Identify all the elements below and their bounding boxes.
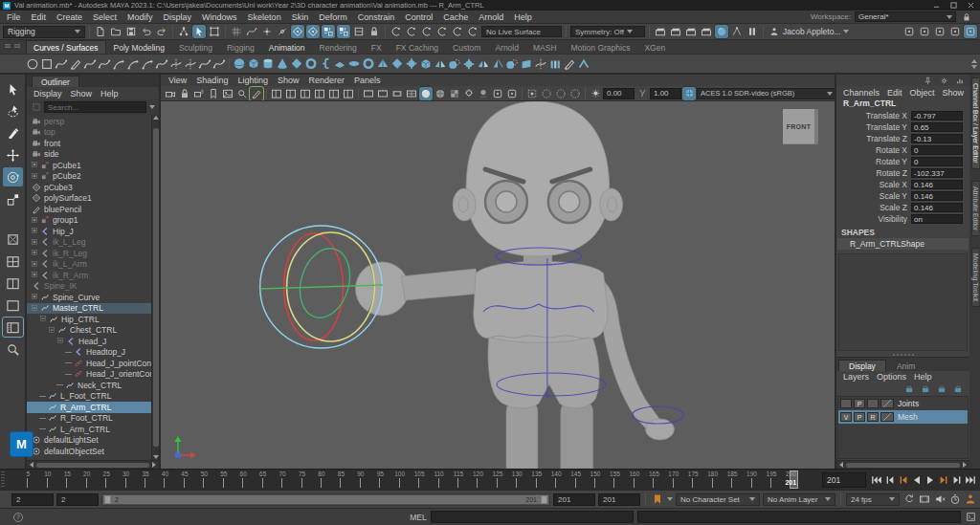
layout-four-icon[interactable] [284, 87, 298, 100]
pin-icon-icon[interactable] [921, 74, 934, 87]
shelf-spinner[interactable] [971, 59, 977, 69]
layer-move-down-icon[interactable] [919, 383, 932, 396]
layer-menu-options[interactable]: Options [877, 372, 906, 382]
textured-icon[interactable] [448, 87, 461, 100]
outliner-item-front[interactable]: front [27, 138, 151, 149]
animation-start-field[interactable]: 2 [11, 493, 54, 506]
expand-toggle-icon[interactable] [31, 162, 38, 169]
channel-label[interactable]: Visibility [878, 214, 907, 224]
step-back-key-button[interactable] [897, 472, 909, 487]
expand-toggle-icon[interactable] [31, 216, 38, 224]
channel-value-field[interactable]: -0.13 [911, 134, 963, 143]
view-cube[interactable]: FRONT [783, 109, 818, 144]
layout-three-icon[interactable] [299, 87, 312, 100]
menu-help[interactable]: Help [514, 12, 532, 22]
shelf-menu-icon[interactable] [4, 42, 11, 52]
filter-dropdown-icon[interactable] [149, 105, 155, 109]
menu-cache[interactable]: Cache [443, 12, 468, 22]
outliner-item-ik_l_leg[interactable]: ik_L_Leg [27, 237, 151, 249]
outliner-item-group1[interactable]: group1 [27, 215, 151, 227]
shelf-tab-arnold[interactable]: Arnold [488, 41, 525, 54]
channel-value-field[interactable]: 0 [911, 157, 963, 166]
construction-history-6-icon[interactable] [466, 25, 479, 38]
workspace-select[interactable]: General* [855, 11, 956, 22]
highlight-selection-icon[interactable] [337, 25, 350, 38]
poly-cylinder-icon[interactable] [261, 57, 275, 71]
select-tool[interactable] [3, 79, 23, 98]
poly-disc-icon[interactable] [347, 57, 361, 71]
shadows-icon[interactable] [477, 87, 490, 100]
channel-label[interactable]: Scale Y [880, 191, 907, 201]
gamma-toggle-icon[interactable] [635, 87, 649, 100]
layer-menu-help[interactable]: Help [914, 372, 932, 382]
shelf-star-icon[interactable] [13, 42, 21, 52]
select-object-icon[interactable] [192, 25, 206, 38]
filter-icon[interactable] [31, 102, 41, 113]
playback-end-field[interactable]: 201 [553, 493, 595, 506]
character-set-select[interactable]: No Character Set [676, 493, 760, 506]
step-forward-frame-button[interactable] [950, 472, 963, 487]
save-scene-icon[interactable] [124, 25, 138, 38]
isolate-select-icon[interactable] [525, 87, 539, 100]
mute-speaker-icon[interactable] [933, 492, 947, 506]
layer-editor-tab-display[interactable]: Display [838, 360, 886, 371]
no-live-surface-field[interactable]: No Live Surface [481, 26, 562, 37]
channel-box-menu-object[interactable]: Object [910, 88, 935, 98]
poly-cube-icon[interactable] [247, 57, 260, 71]
channel-label[interactable]: Rotate X [876, 145, 907, 155]
select-component-icon[interactable] [208, 25, 221, 38]
poly-cone-icon[interactable] [276, 57, 289, 71]
multi-cut-icon[interactable] [534, 57, 547, 71]
outliner-item-hip_j[interactable]: Hip_J [27, 226, 151, 237]
outliner-hscrollbar[interactable] [27, 460, 159, 469]
expand-toggle-icon[interactable] [31, 272, 38, 279]
zoom-tool[interactable] [3, 339, 23, 359]
view-transform-icon[interactable] [682, 87, 696, 100]
xray-active-components-icon[interactable] [554, 87, 568, 100]
outliner-menu-display[interactable]: Display [33, 89, 62, 98]
menu-select[interactable]: Select [93, 12, 117, 22]
exposure-field[interactable]: 0.00 [603, 88, 635, 99]
universal-manipulator[interactable] [3, 230, 23, 249]
range-slider-track[interactable]: 2 201 [101, 493, 550, 506]
expand-toggle-icon[interactable] [39, 316, 47, 323]
expand-toggle-icon[interactable] [31, 304, 38, 312]
play-backwards-button[interactable] [910, 472, 923, 487]
channel-label[interactable]: Scale Z [880, 203, 907, 212]
poly-gear-icon[interactable] [405, 57, 418, 71]
shelf-tab-poly-modeling[interactable]: Poly Modeling [107, 41, 171, 54]
layout-hypershade-icon[interactable] [313, 87, 326, 100]
channel-value-field[interactable]: 0.146 [911, 180, 963, 189]
channel-box-menu-channels[interactable]: Channels [843, 88, 880, 98]
menu-display[interactable]: Display [164, 12, 192, 22]
play-forwards-button[interactable] [924, 472, 936, 487]
ep-curve-icon[interactable] [83, 57, 97, 71]
panel-toggle-4-icon[interactable] [948, 25, 962, 38]
mirror-geometry-icon[interactable] [477, 57, 490, 71]
range-start-handle[interactable] [104, 495, 111, 504]
expand-toggle-icon[interactable] [31, 172, 38, 180]
shelf-tab-fx[interactable]: FX [365, 41, 389, 54]
workspace-lock-icon[interactable] [960, 11, 973, 24]
construction-history-4-icon[interactable] [435, 25, 449, 38]
outliner-item-head_j_pointconstraint1[interactable]: Head_J_pointConstraint1 [27, 358, 151, 369]
select-hierarchy-icon[interactable] [177, 25, 190, 38]
lasso-tool[interactable] [3, 101, 23, 120]
snap-point-icon[interactable] [260, 25, 274, 38]
menu-modify[interactable]: Modify [127, 12, 153, 22]
construction-history-3-icon[interactable] [420, 25, 434, 38]
layout-two-pane[interactable] [3, 273, 23, 293]
gate-mask-icon[interactable] [390, 87, 404, 100]
playback-toggle[interactable]: P [854, 399, 865, 408]
script-editor-icon[interactable] [965, 512, 976, 523]
shelf-tab-xgen[interactable]: XGen [637, 41, 672, 54]
viewport-menu-panels[interactable]: Panels [354, 76, 381, 85]
stopwatch-icon[interactable] [948, 492, 962, 506]
range-end-handle[interactable] [541, 495, 547, 504]
layer-color-swatch[interactable] [880, 399, 894, 408]
combine-meshes-icon[interactable] [419, 57, 433, 71]
poly-helix-icon[interactable] [319, 57, 332, 71]
outliner-item-head_j[interactable]: Head_J [27, 336, 151, 347]
outliner-item-persp[interactable]: persp [27, 116, 151, 127]
outliner-tab[interactable]: Outliner [32, 76, 79, 87]
